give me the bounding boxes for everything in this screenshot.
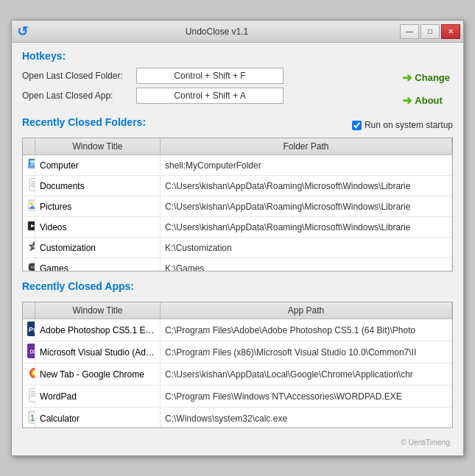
row-path: K:\Games: [161, 258, 452, 271]
folders-table: Window Title Folder Path PC Computer she…: [23, 138, 452, 271]
svg-point-9: [30, 202, 33, 205]
run-on-startup-text: Run on system startup: [365, 120, 453, 130]
hotkey-app-input[interactable]: [136, 88, 284, 104]
row-icon: [23, 176, 35, 196]
folders-table-body: PC Computer shell:MyComputerFolder Docum…: [23, 155, 452, 271]
table-row[interactable]: WordPad C:\Program Files\Windows NT\Acce…: [23, 386, 452, 408]
row-title: Customization: [35, 238, 161, 258]
svg-rect-4: [29, 179, 35, 191]
apps-table-body: Ps Adobe Photoshop CS5.1 Exten C:\Progra…: [23, 319, 452, 428]
folders-section-title: Recently Closed Folders:: [22, 116, 146, 128]
hotkey-folder-row: Open Last Closed Folder:: [22, 68, 392, 84]
row-path: C:\Windows\system32\calc.exe: [161, 408, 452, 428]
minimize-button[interactable]: —: [400, 24, 419, 39]
hotkey-folder-label: Open Last Closed Folder:: [22, 71, 136, 81]
row-path: C:\Program Files\Adobe\Adobe Photoshop C…: [161, 319, 452, 341]
change-button-label: Change: [415, 72, 450, 83]
row-icon: [23, 217, 35, 238]
table-row[interactable]: Documents C:\Users\kishan\AppData\Roamin…: [23, 176, 452, 196]
recently-folders-section: Recently Closed Folders: Run on system s…: [22, 116, 453, 271]
change-arrow-icon: ➜: [402, 71, 412, 85]
row-path: shell:MyComputerFolder: [161, 155, 452, 176]
table-row[interactable]: Videos C:\Users\kishan\AppData\Roaming\M…: [23, 217, 452, 238]
folders-table-header: Window Title Folder Path: [23, 138, 452, 155]
row-icon: Ps: [23, 319, 35, 341]
svg-text:PC: PC: [29, 162, 35, 166]
hotkeys-section: Hotkeys: Open Last Closed Folder: Open L…: [22, 50, 453, 109]
window-controls: — □ ✕: [400, 24, 460, 39]
row-title: Pictures: [35, 196, 161, 217]
folders-col-path: Folder Path: [161, 138, 452, 155]
row-icon: PC: [23, 155, 35, 176]
row-title: WordPad: [35, 386, 161, 408]
apps-col-path: App Path: [161, 302, 452, 319]
hotkey-app-row: Open Last Closed App:: [22, 88, 392, 104]
row-title: Computer: [35, 155, 161, 176]
svg-text:Ps: Ps: [29, 326, 35, 333]
about-button-label: About: [415, 95, 443, 106]
about-arrow-icon: ➜: [402, 93, 412, 107]
run-on-startup-label[interactable]: Run on system startup: [352, 120, 453, 130]
row-title: New Tab - Google Chrome: [35, 363, 161, 386]
apps-table-wrapper[interactable]: Window Title App Path Ps Adobe Photoshop…: [23, 302, 452, 427]
app-icon: ↺: [15, 24, 29, 39]
table-row[interactable]: Customization K:\Customization: [23, 238, 452, 258]
svg-rect-1: [28, 166, 35, 168]
row-icon: 12: [23, 408, 35, 428]
apps-table-header: Window Title App Path: [23, 302, 452, 319]
row-title: Microsoft Visual Studio (Admin: [35, 341, 161, 363]
row-icon: ∞: [23, 341, 35, 363]
apps-header-row: Recently Closed Apps:: [22, 280, 453, 298]
apps-table: Window Title App Path Ps Adobe Photoshop…: [23, 302, 452, 427]
row-path: C:\Users\kishan\AppData\Roaming\Microsof…: [161, 196, 452, 217]
row-title: Documents: [35, 176, 161, 196]
folders-header-row: Recently Closed Folders: Run on system s…: [22, 116, 453, 134]
hotkeys-title: Hotkeys:: [22, 50, 453, 62]
svg-point-17: [31, 266, 32, 268]
row-path: C:\Program Files\Windows NT\Accessories\…: [161, 386, 452, 408]
row-title: Videos: [35, 217, 161, 238]
run-on-startup-checkbox[interactable]: [352, 121, 362, 130]
table-row[interactable]: Ps Adobe Photoshop CS5.1 Exten C:\Progra…: [23, 319, 452, 341]
table-row[interactable]: 12 Calculator C:\Windows\system32\calc.e…: [23, 408, 452, 428]
main-content: Hotkeys: Open Last Closed Folder: Open L…: [12, 43, 463, 455]
title-bar: ↺ UndoClose v1.1 — □ ✕: [12, 21, 463, 43]
svg-text:12: 12: [30, 413, 35, 422]
window-title: UndoClose v1.1: [34, 26, 400, 37]
row-path: C:\Users\kishan\AppData\Local\Google\Chr…: [161, 363, 452, 386]
row-title: Calculator: [35, 408, 161, 428]
hotkey-folder-input[interactable]: [136, 68, 284, 84]
row-path: C:\Users\kishan\AppData\Roaming\Microsof…: [161, 217, 452, 238]
table-row[interactable]: PC Computer shell:MyComputerFolder: [23, 155, 452, 176]
recently-apps-section: Recently Closed Apps: Window Title App P…: [22, 280, 453, 428]
folders-col-icon: [23, 138, 35, 155]
table-row[interactable]: ∞ Microsoft Visual Studio (Admin C:\Prog…: [23, 341, 452, 363]
row-path: C:\Users\kishan\AppData\Roaming\Microsof…: [161, 176, 452, 196]
svg-text:∞: ∞: [29, 345, 35, 357]
apps-section-title: Recently Closed Apps:: [22, 280, 134, 292]
folders-table-wrapper[interactable]: Window Title Folder Path PC Computer she…: [23, 138, 452, 271]
row-title: Adobe Photoshop CS5.1 Exten: [35, 319, 161, 341]
about-button[interactable]: ➜ About: [399, 92, 446, 109]
folders-col-title: Window Title: [35, 138, 161, 155]
table-row[interactable]: Games K:\Games: [23, 258, 452, 271]
folders-table-container: Window Title Folder Path PC Computer she…: [22, 138, 453, 271]
watermark: © UentiTimeng: [22, 437, 453, 448]
change-button[interactable]: ➜ Change: [399, 69, 453, 86]
close-button[interactable]: ✕: [441, 24, 460, 39]
hotkeys-row-wrapper: Open Last Closed Folder: Open Last Close…: [22, 68, 453, 109]
table-row[interactable]: Pictures C:\Users\kishan\AppData\Roaming…: [23, 196, 452, 217]
hotkeys-right: ➜ Change ➜ About: [399, 68, 453, 109]
row-icon: [23, 238, 35, 258]
table-row[interactable]: New Tab - Google Chrome C:\Users\kishan\…: [23, 363, 452, 386]
row-icon: [23, 363, 35, 386]
maximize-button[interactable]: □: [421, 24, 440, 39]
apps-col-title: Window Title: [35, 302, 161, 319]
row-icon: [23, 386, 35, 408]
row-icon: [23, 196, 35, 217]
row-path: C:\Program Files (x86)\Microsoft Visual …: [161, 341, 452, 363]
hotkeys-left: Open Last Closed Folder: Open Last Close…: [22, 68, 392, 107]
row-title: Games: [35, 258, 161, 271]
svg-rect-30: [29, 388, 35, 402]
apps-table-container: Window Title App Path Ps Adobe Photoshop…: [22, 302, 453, 428]
